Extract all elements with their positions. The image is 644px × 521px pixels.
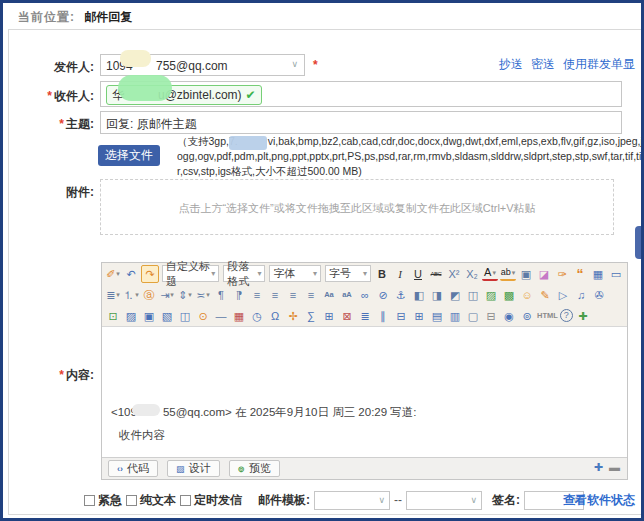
font-size-select-label: 字号 bbox=[329, 266, 351, 281]
align-left-icon[interactable]: ≡ bbox=[249, 287, 265, 303]
shrink-editor-icon[interactable]: ▬ bbox=[609, 461, 620, 473]
insert-image-icon[interactable]: ▨ bbox=[483, 287, 499, 303]
cc-link[interactable]: 抄送 bbox=[499, 56, 523, 73]
insert-video-icon[interactable]: ▷ bbox=[555, 287, 571, 303]
font-color-icon[interactable]: A bbox=[482, 267, 498, 281]
content-required-mark: * bbox=[59, 368, 64, 382]
line-height-icon[interactable]: ⇕ bbox=[177, 287, 193, 303]
insert-column-icon[interactable]: ∥ bbox=[375, 308, 391, 324]
page-break-icon[interactable]: ▧ bbox=[159, 308, 175, 324]
software-status-link[interactable]: 查看软件状态 bbox=[563, 492, 635, 509]
insert-date-icon[interactable]: ▦ bbox=[231, 308, 247, 324]
cell-properties-icon[interactable]: ▥ bbox=[447, 308, 463, 324]
rtl-paragraph-icon[interactable]: ¶ bbox=[231, 287, 247, 303]
image-center-icon[interactable]: ◫ bbox=[465, 287, 481, 303]
help-icon[interactable]: ? bbox=[560, 309, 573, 322]
anchor-icon[interactable]: ⚓ bbox=[393, 287, 409, 303]
new-document-icon[interactable]: ▢ bbox=[465, 308, 481, 324]
bullet-list-icon[interactable]: ≣ bbox=[105, 287, 121, 303]
editor-tab-code[interactable]: ‹›代码 bbox=[108, 460, 158, 477]
snapshot-icon[interactable]: ⊙ bbox=[195, 308, 211, 324]
insert-calendar-icon[interactable]: ▦ bbox=[590, 266, 606, 282]
vertical-scrollbar-thumb[interactable] bbox=[635, 226, 641, 259]
insert-columns-icon[interactable]: ◫ bbox=[177, 308, 193, 324]
delete-table-icon[interactable]: ⊠ bbox=[339, 308, 355, 324]
image-inline-icon[interactable]: ◨ bbox=[429, 287, 445, 303]
merge-cells-icon[interactable]: ⊟ bbox=[393, 308, 409, 324]
insert-row-icon[interactable]: ≣ bbox=[357, 308, 373, 324]
eraser-icon[interactable]: ◪ bbox=[536, 266, 552, 282]
bcc-link[interactable]: 密送 bbox=[531, 56, 555, 73]
paint-format-icon[interactable]: ✐ bbox=[105, 266, 121, 282]
special-characters-icon[interactable]: Ω bbox=[267, 308, 283, 324]
ordered-list-icon[interactable]: ⒈ bbox=[123, 287, 139, 303]
align-right-icon[interactable]: ≡ bbox=[285, 287, 301, 303]
paragraph-spacing-icon[interactable]: ≍ bbox=[195, 287, 211, 303]
print-icon[interactable]: ⊟ bbox=[483, 308, 499, 324]
image-float-right-icon[interactable]: ◩ bbox=[447, 287, 463, 303]
image-library-icon[interactable]: ▨ bbox=[123, 308, 139, 324]
superscript-icon[interactable]: X² bbox=[446, 266, 462, 282]
insert-map-icon[interactable]: ⊡ bbox=[105, 308, 121, 324]
attach-file-icon[interactable]: ✇ bbox=[591, 287, 607, 303]
bold-icon[interactable]: B bbox=[374, 266, 390, 282]
recipient-label-text: 收件人: bbox=[54, 89, 94, 103]
insert-screen-icon[interactable]: ▭ bbox=[608, 266, 624, 282]
expand-editor-icon[interactable]: ✚ bbox=[594, 461, 603, 474]
redo-icon[interactable]: ↷ bbox=[141, 265, 159, 283]
attachment-dropzone[interactable]: 点击上方“选择文件”或将文件拖拽至此区域或复制文件在此区域Ctrl+V粘贴 bbox=[100, 179, 614, 235]
underline-icon[interactable]: U bbox=[410, 266, 426, 282]
strikethrough-icon[interactable]: ABC bbox=[428, 266, 444, 282]
bordered-text-icon[interactable]: ▣ bbox=[518, 266, 534, 282]
template-select-2[interactable] bbox=[406, 491, 482, 510]
blockquote-icon[interactable]: “ bbox=[572, 266, 588, 282]
align-center-icon[interactable]: ≡ bbox=[267, 287, 283, 303]
group-send-link[interactable]: 使用群发单显 bbox=[563, 56, 635, 73]
lowercase-icon[interactable]: aA bbox=[339, 287, 355, 303]
font-size-select[interactable]: 字号▾ bbox=[325, 265, 371, 282]
split-cells-icon[interactable]: ⊞ bbox=[411, 308, 427, 324]
image-float-left-icon[interactable]: ◧ bbox=[411, 287, 427, 303]
toggle-more-icon[interactable]: ✚ bbox=[575, 308, 591, 324]
photo-manager-icon[interactable]: ▩ bbox=[501, 287, 517, 303]
emoticon-icon[interactable]: ☺ bbox=[519, 287, 535, 303]
highlight-color-icon[interactable]: ab bbox=[500, 267, 516, 281]
custom-title-select[interactable]: 自定义标题▾ bbox=[162, 265, 219, 282]
insert-formula-icon[interactable]: ∑ bbox=[303, 308, 319, 324]
choose-file-button[interactable]: 选择文件 bbox=[98, 145, 160, 166]
ltr-paragraph-icon[interactable]: ¶ bbox=[213, 287, 229, 303]
uppercase-icon[interactable]: Aa bbox=[321, 287, 337, 303]
insert-music-icon[interactable]: ♫ bbox=[573, 287, 589, 303]
checkbox-scheduled-send[interactable]: 定时发信 bbox=[180, 492, 242, 509]
insert-link-icon[interactable]: ∞ bbox=[357, 287, 373, 303]
horizontal-rule-icon[interactable]: — bbox=[213, 308, 229, 324]
indent-icon[interactable]: ⇥ bbox=[159, 287, 175, 303]
search-replace-icon[interactable]: ◉ bbox=[501, 308, 517, 324]
subject-input[interactable]: 回复: 原邮件主题 bbox=[100, 111, 622, 134]
checkbox-urgent[interactable]: 紧急 bbox=[84, 492, 122, 509]
editor-tab-preview[interactable]: ⊚预览 bbox=[229, 460, 281, 477]
subscript-icon[interactable]: X₂ bbox=[464, 266, 480, 282]
unlink-icon[interactable]: ⊘ bbox=[375, 287, 391, 303]
editor-tab-design[interactable]: ▨设计 bbox=[167, 460, 220, 477]
auto-typeset-icon[interactable]: ⓐ bbox=[141, 287, 157, 303]
undo-icon[interactable]: ↶ bbox=[123, 266, 139, 282]
editor-body[interactable]: <10955@qq.com> 在 2025年9月10日 周三 20:29 写道:… bbox=[102, 327, 627, 462]
preview-page-icon[interactable]: ⊚ bbox=[519, 308, 535, 324]
checkbox-plain-text[interactable]: 纯文本 bbox=[126, 492, 176, 509]
insert-seal-icon[interactable]: ✢ bbox=[285, 308, 301, 324]
sender-label-text: 发件人: bbox=[54, 60, 94, 74]
insert-iframe-icon[interactable]: ▣ bbox=[141, 308, 157, 324]
format-painter-icon[interactable]: ✑ bbox=[554, 266, 570, 282]
font-family-select[interactable]: 字体▾ bbox=[269, 265, 321, 282]
insert-table-icon[interactable]: ⊞ bbox=[321, 308, 337, 324]
template-select-1[interactable] bbox=[314, 491, 390, 510]
paragraph-format-select[interactable]: 段落格式▾ bbox=[223, 265, 265, 282]
italic-icon[interactable]: I bbox=[392, 266, 408, 282]
recipient-input[interactable]: 华 u@zbintel.com) ✔ bbox=[100, 81, 622, 107]
insert-time-icon[interactable]: ◷ bbox=[249, 308, 265, 324]
table-properties-icon[interactable]: ▤ bbox=[429, 308, 445, 324]
align-justify-icon[interactable]: ≡ bbox=[303, 287, 319, 303]
scrawl-icon[interactable]: ✎ bbox=[537, 287, 553, 303]
html-source-icon[interactable]: HTML bbox=[537, 308, 558, 324]
